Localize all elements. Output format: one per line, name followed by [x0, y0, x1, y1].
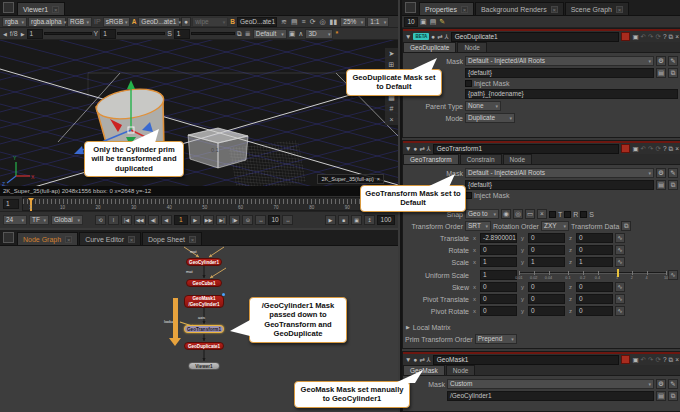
pin-icon[interactable]: ⅄	[427, 354, 431, 365]
paint-icon[interactable]: *	[334, 29, 339, 39]
a-input-dropdown[interactable]: GeoD...ate1▾	[138, 17, 180, 27]
x-field[interactable]: -2.8900001	[480, 233, 517, 243]
end-frame-field[interactable]: 100	[377, 215, 395, 225]
prim-transform-order-dropdown[interactable]: Prepend▾	[475, 334, 517, 344]
tab-node[interactable]: Node	[503, 154, 533, 164]
snap-r-checkbox[interactable]	[564, 211, 571, 218]
close-icon[interactable]: ×	[675, 354, 679, 365]
prev-fstop-icon[interactable]: ◀	[2, 29, 8, 39]
node-geocube1[interactable]: GeoCube1	[186, 279, 222, 287]
y-field[interactable]: 0	[528, 282, 565, 292]
x-field[interactable]: 0	[480, 294, 517, 304]
undo-icon[interactable]: ↶	[641, 31, 646, 42]
input-process-button[interactable]: IP	[93, 17, 102, 27]
close-icon[interactable]: ×	[189, 236, 196, 243]
snap-t-checkbox[interactable]	[549, 211, 556, 218]
edit-expression-icon[interactable]: ✎	[668, 379, 678, 389]
z-field[interactable]: 0	[576, 233, 613, 243]
redo-icon[interactable]: ↷	[648, 31, 653, 42]
edit-expression-icon[interactable]: ✎	[668, 56, 678, 66]
z-field[interactable]: 0	[576, 245, 613, 255]
refresh-icon[interactable]: ⟳	[309, 17, 317, 27]
channels-dropdown[interactable]: rgba▾	[2, 17, 27, 27]
node-geoduplicate1[interactable]: GeoDuplicate1	[184, 342, 224, 350]
b-input-field[interactable]: GeoD...ate1	[237, 17, 277, 27]
x-field[interactable]: 1	[480, 257, 517, 267]
tab-dope-sheet[interactable]: Dope Sheet ×	[142, 232, 202, 245]
node-geotransform1[interactable]: GeoTransform1	[184, 325, 224, 333]
tab-background-renders[interactable]: Background Renders×	[475, 2, 564, 15]
revert-icon[interactable]: ⟳	[655, 31, 660, 42]
revert-icon[interactable]: ⟳	[655, 143, 660, 154]
close-icon[interactable]: ×	[616, 6, 623, 13]
tab-scene-graph[interactable]: Scene Graph×	[565, 2, 629, 15]
range-dropdown[interactable]: Global▾	[51, 215, 83, 225]
viewer-lut-dropdown[interactable]: Default▾	[253, 29, 287, 39]
float-panel-icon[interactable]: ⇄	[419, 354, 424, 365]
x-field[interactable]: 0	[480, 245, 517, 255]
snap-geo-icon[interactable]: ◉	[501, 209, 511, 219]
mask-dropdown[interactable]: Custom▾	[447, 379, 654, 389]
node-color-button[interactable]	[621, 355, 630, 364]
node-color-button[interactable]	[621, 144, 630, 153]
frame-ruler[interactable]: 1102030405060708090100	[22, 197, 395, 211]
alpha-dropdown[interactable]: rgba.alpha▾	[28, 17, 66, 27]
clear-snap-icon[interactable]: ×	[537, 209, 547, 219]
close-icon[interactable]: ×	[377, 176, 380, 182]
in-point-icon[interactable]: I	[108, 215, 119, 225]
node-viewer1[interactable]: Viewer1	[188, 362, 220, 370]
max-panels-field[interactable]: 10	[404, 17, 418, 27]
swap-ab-icon[interactable]: ●	[181, 17, 191, 27]
z-field[interactable]: 0	[576, 282, 613, 292]
edit-icon[interactable]: ✎	[438, 17, 446, 27]
zoom-dropdown[interactable]: 25%▾	[340, 17, 366, 27]
pause-icon[interactable]: ▮▮	[329, 17, 339, 27]
snap-vertex-icon[interactable]: ◎	[513, 209, 523, 219]
mask-path-field[interactable]: /GeoCylinder1	[447, 391, 654, 401]
play-icon[interactable]: ▶	[190, 215, 201, 225]
help-icon[interactable]: ?	[663, 143, 667, 154]
pane-menu-icon[interactable]	[3, 232, 14, 243]
center-node-icon[interactable]: ●	[413, 354, 417, 365]
prev-keyframe-icon[interactable]: ◀◀	[134, 215, 146, 225]
tab-node-graph[interactable]: Node Graph ×	[17, 232, 78, 245]
mask-pattern-field[interactable]: {default}	[465, 180, 654, 190]
gain-gamma-toggle-icon[interactable]: ≣	[244, 29, 252, 39]
display-channel-dropdown[interactable]: RGB▾	[67, 17, 92, 27]
inject-mask-checkbox[interactable]	[465, 192, 472, 199]
uniform-scale-slider[interactable]: 0.010.020.040.10.20.412410	[519, 269, 666, 281]
gear-icon[interactable]: ⚙	[656, 379, 666, 389]
view-mode-3d-dropdown[interactable]: 3D▾	[305, 29, 333, 39]
float-icon[interactable]: ⧉	[669, 31, 674, 42]
marquee-icon[interactable]: ⊞	[389, 61, 395, 68]
step-back-n-icon[interactable]: ↔	[255, 215, 266, 225]
loop-icon[interactable]: ⟲	[95, 215, 106, 225]
frame-range-icon[interactable]: ⊙	[242, 215, 253, 225]
frame-step-field[interactable]: 10	[268, 215, 280, 225]
scene-browse-icon[interactable]: ▤	[656, 180, 666, 190]
gear-icon[interactable]: ⚙	[656, 56, 666, 66]
tf-dropdown[interactable]: TF▾	[29, 215, 49, 225]
lock-icon[interactable]: ▣	[288, 29, 297, 39]
gear-icon[interactable]: ⚙	[656, 168, 666, 178]
scene-browse-icon[interactable]: ▤	[656, 68, 666, 78]
tab-curve-editor[interactable]: Curve Editor ×	[79, 232, 141, 245]
channel-mask-icon[interactable]: ▣	[632, 31, 638, 42]
z-field[interactable]: 0	[576, 306, 613, 316]
goto-end-icon[interactable]: |▶	[229, 215, 240, 225]
z-field[interactable]: 1	[576, 257, 613, 267]
close-icon[interactable]: ×	[52, 6, 59, 13]
next-keyframe-icon[interactable]: ▶▶	[203, 215, 215, 225]
play-back-icon[interactable]: ◀	[161, 215, 172, 225]
y-field[interactable]: 0	[528, 245, 565, 255]
slider-marker[interactable]	[617, 269, 619, 277]
fps-dropdown[interactable]: 24▾	[3, 215, 27, 225]
tab-node[interactable]: Node	[457, 42, 487, 52]
duplicate-path-field[interactable]: {path}_{nodename}	[465, 89, 678, 99]
snap-edge-icon[interactable]: ▭	[525, 209, 535, 219]
node-geomask1[interactable]: GeoMask1 /GeoCylinder1	[184, 295, 224, 308]
close-icon[interactable]: ×	[128, 236, 135, 243]
mask-dropdown[interactable]: Default - Injected/All Roots▾	[465, 168, 654, 178]
close-icon[interactable]: ×	[65, 236, 72, 243]
lock-range-icon[interactable]: ▣	[351, 215, 362, 225]
